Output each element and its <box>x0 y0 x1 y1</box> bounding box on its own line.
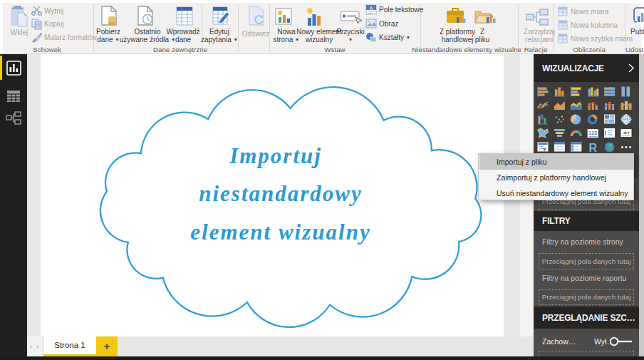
svg-text:123: 123 <box>588 130 597 135</box>
svg-text:A: A <box>370 6 373 11</box>
svg-text:R: R <box>588 142 597 154</box>
